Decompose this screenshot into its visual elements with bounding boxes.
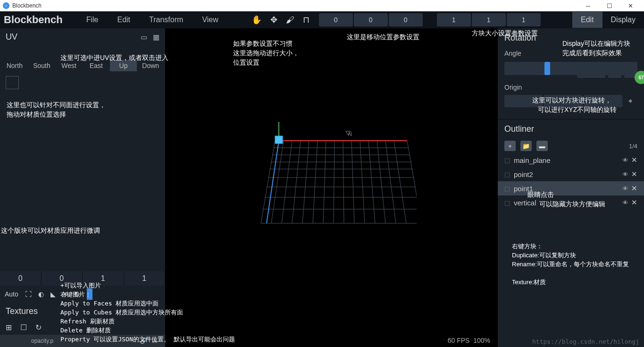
outliner-count: 1/4 — [629, 143, 637, 150]
grid-view-icon[interactable]: ▦ — [153, 33, 159, 42]
grid-3d: N — [247, 122, 417, 254]
blank-texture-icon[interactable]: ☐ — [20, 323, 27, 332]
outliner-item-point1[interactable]: ⬚ point1 👁 ✕ — [498, 181, 644, 195]
origin-y[interactable] — [544, 95, 583, 107]
right-panel: Rotation Angle Y Axis ✕ Origin ⌖ Outline… — [498, 28, 644, 347]
svg-line-24 — [394, 141, 406, 223]
uv-panel: UV ▭ ▦ North South West East Up Down 0 0… — [0, 28, 165, 347]
svg-line-14 — [302, 141, 309, 223]
menu-transform[interactable]: Transform — [140, 16, 192, 24]
svg-line-17 — [334, 141, 335, 223]
add-cube-icon[interactable]: + — [504, 141, 516, 151]
toggle-icon[interactable]: ▬ — [536, 141, 548, 151]
svg-line-16 — [323, 141, 326, 223]
visibility-icon[interactable]: 👁 — [622, 157, 628, 164]
pos-y[interactable]: 0 — [354, 13, 388, 26]
single-view-icon[interactable]: ▭ — [141, 33, 147, 42]
delete-icon[interactable]: ✕ — [631, 184, 637, 193]
face-north[interactable]: North — [1, 60, 28, 71]
uv-title: UV — [6, 32, 17, 42]
face-east[interactable]: East — [83, 60, 110, 71]
svg-line-13 — [292, 141, 301, 223]
face-up[interactable]: Up — [110, 60, 137, 71]
brush-tool-icon[interactable]: 🖌 — [286, 15, 294, 25]
add-texture-icon[interactable]: ⊞ — [6, 323, 12, 332]
svg-line-25 — [407, 141, 417, 223]
svg-line-12 — [282, 141, 292, 223]
cube-icon: ⬚ — [504, 199, 510, 206]
status-bar: 60 FPS 100% — [445, 334, 493, 347]
size-y[interactable]: 1 — [472, 13, 506, 26]
cube-icon: ⬚ — [504, 171, 510, 178]
minimize-button[interactable]: ─ — [577, 0, 599, 11]
delete-icon[interactable]: ✕ — [631, 156, 637, 164]
uv-val-1[interactable]: 0 — [42, 271, 83, 286]
pos-x[interactable]: 0 — [319, 13, 353, 26]
pos-z[interactable]: 0 — [389, 13, 423, 26]
menu-view[interactable]: View — [192, 16, 227, 24]
angle-slider[interactable] — [504, 62, 637, 75]
uv-val-3[interactable]: 1 — [124, 271, 166, 286]
refresh-texture-icon[interactable]: ↻ — [35, 323, 42, 332]
face-down[interactable]: Down — [137, 60, 164, 71]
watermark: https://blog.csdn.net/hilongj — [532, 338, 639, 345]
menu-edit[interactable]: Edit — [108, 16, 140, 24]
move-tool-icon[interactable]: ✥ — [270, 15, 277, 25]
size-x[interactable]: 1 — [437, 13, 471, 26]
link-icon[interactable]: 🔗 — [140, 338, 147, 344]
title-bar: ○ Blockbench ─ ☐ ✕ — [0, 0, 644, 11]
badge[interactable]: 67 — [635, 71, 644, 84]
face-south[interactable]: South — [28, 60, 56, 71]
mode-display[interactable]: Display — [602, 12, 644, 28]
origin-x[interactable] — [504, 95, 543, 107]
outliner-item-vertical[interactable]: ⬚ vertical 👁 ✕ — [498, 195, 644, 210]
color-swatch[interactable] — [87, 288, 92, 300]
svg-line-20 — [360, 141, 365, 223]
delete-icon[interactable]: ✕ — [631, 170, 637, 178]
close-button[interactable]: ✕ — [620, 0, 641, 11]
delete-icon[interactable]: ✕ — [631, 198, 637, 207]
svg-line-21 — [368, 141, 375, 223]
uv-auto[interactable]: Auto — [5, 290, 18, 298]
svg-line-19 — [351, 141, 354, 223]
visibility-icon[interactable]: 👁 — [622, 171, 628, 178]
hand-tool-icon[interactable]: ✋ — [251, 15, 262, 25]
svg-line-22 — [377, 141, 385, 223]
magnet-tool-icon[interactable]: ⊓ — [303, 15, 309, 25]
outliner-item-point2[interactable]: ⬚ point2 👁 ✕ — [498, 167, 644, 181]
origin-label: Origin — [504, 84, 522, 91]
svg-rect-30 — [275, 136, 283, 144]
cube-icon: ⬚ — [504, 185, 510, 192]
app-icon: ○ — [3, 2, 9, 9]
center-origin-icon[interactable]: ⌖ — [623, 95, 637, 107]
clear-icon[interactable]: ✕ — [62, 290, 68, 298]
menu-file[interactable]: File — [77, 16, 108, 24]
viewport[interactable]: N — [165, 28, 498, 347]
menu-bar: Blockbench File Edit Transform View ✋ ✥ … — [0, 11, 644, 28]
rotation-title: Rotation — [498, 28, 644, 48]
outliner-title: Outliner — [498, 119, 644, 139]
origin-z[interactable] — [584, 95, 622, 107]
visibility-icon[interactable]: 👁 — [622, 185, 628, 192]
outliner-item-main-plane[interactable]: ⬚ main_plane 👁 ✕ — [498, 153, 644, 167]
uv-val-2[interactable]: 1 — [83, 271, 124, 286]
uv-val-0[interactable]: 0 — [0, 271, 42, 286]
face-west[interactable]: West — [55, 60, 83, 71]
size-z[interactable]: 1 — [507, 13, 541, 26]
visibility-icon[interactable]: 👁 — [622, 199, 628, 206]
angle-label: Angle — [498, 48, 644, 59]
opacity-label: opacity.p — [31, 338, 53, 344]
maximize-button[interactable]: ☐ — [599, 0, 620, 11]
rotate-icon[interactable]: ↻ — [75, 290, 80, 298]
svg-line-18 — [343, 141, 344, 223]
svg-line-15 — [313, 141, 318, 223]
fullscreen-icon[interactable]: ⛶ — [25, 290, 32, 298]
mode-edit[interactable]: Edit — [572, 12, 602, 28]
window-title: Blockbench — [12, 2, 42, 9]
add-folder-icon[interactable]: 📁 — [520, 141, 532, 151]
uv-canvas[interactable] — [6, 76, 19, 89]
more-icon[interactable]: ⁂ — [152, 338, 158, 344]
fill-icon[interactable]: ◣ — [50, 290, 56, 298]
svg-line-23 — [385, 141, 396, 223]
contrast-icon[interactable]: ◐ — [38, 290, 44, 298]
